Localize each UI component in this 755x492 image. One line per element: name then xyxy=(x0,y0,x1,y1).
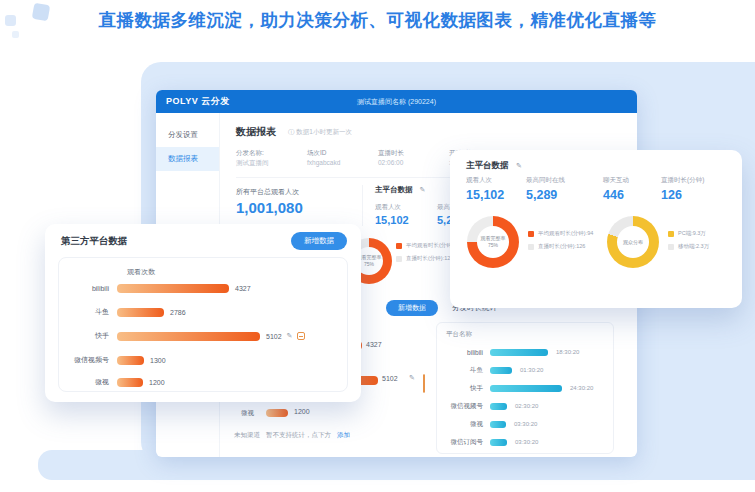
add-link[interactable]: 添加 xyxy=(337,431,350,440)
bg-bar-value: 5102 xyxy=(382,375,398,382)
duration-row: 微视 03:30:20 xyxy=(446,415,604,433)
main-card-title: 主平台数据 xyxy=(466,160,509,170)
duration-bar xyxy=(490,385,562,392)
edit-icon[interactable]: ✎ xyxy=(516,162,522,169)
bg-bar-weishi xyxy=(266,409,288,417)
third-party-card: 第三方平台数据 新增数据 观看次数 bilibili 4327 斗鱼 2786 … xyxy=(45,224,361,402)
main-platform-card: 主平台数据 ✎ 观看人次 15,102 最高同时在线 5,289 聊天互动 44… xyxy=(450,150,742,308)
duration-row: 微信视频号 02:30:20 xyxy=(446,397,604,415)
add-data-button[interactable]: 新增数据 xyxy=(291,232,347,250)
bg-row-label: 微视 xyxy=(228,409,254,418)
duration-panel: 平台名称 bilibili 18:30:20 斗鱼 01:30:20 快手 xyxy=(436,322,614,454)
footnote-label: 未知渠道 xyxy=(234,431,260,440)
views-bar xyxy=(117,332,260,341)
legend-swatch-gray xyxy=(528,244,534,250)
edit-icon[interactable]: ✎ xyxy=(287,332,293,340)
footnote-text: 暂不支持统计，点下方 xyxy=(266,431,331,440)
legend-swatch-orange xyxy=(528,231,534,237)
marketing-screenshot: 直播数据多维沉淀，助力决策分析、可视化数据图表，精准优化直播等 POLYV 云分… xyxy=(0,0,755,492)
mini-section-title: 主平台数据 xyxy=(375,185,413,194)
duration-header: 平台名称 xyxy=(446,330,604,339)
third-party-title: 第三方平台数据 xyxy=(61,235,128,248)
stat-views: 观看人次 15,102 xyxy=(466,176,504,202)
views-bar xyxy=(117,284,229,293)
decor-dot-small-icon xyxy=(12,31,19,38)
total-views-value: 1,001,080 xyxy=(236,199,303,216)
sidebar-item-distribution-settings[interactable]: 分发设置 xyxy=(156,123,219,147)
legend-swatch-yellow xyxy=(668,231,674,237)
stat-peak-online: 最高同时在线 5,289 xyxy=(526,176,565,202)
bar-row-douyu: 斗鱼 2786 xyxy=(59,306,186,318)
page-headline: 直播数据多维沉淀，助力决策分析、可视化数据图表，精准优化直播等 xyxy=(0,8,755,32)
legend-swatch-gray xyxy=(396,256,402,262)
window-title: 测试直播间名称 (290224) xyxy=(156,97,637,107)
mini-stat-views: 观看人次 15,102 xyxy=(375,203,437,226)
bar-row-kuaishou: 快手 5102 ✎ xyxy=(59,330,305,342)
legend-swatch-gray xyxy=(668,244,674,250)
tab-add-data[interactable]: 新增数据 xyxy=(386,300,438,316)
window-header: POLYV 云分发 测试直播间名称 (290224) xyxy=(156,90,637,113)
views-bar xyxy=(117,308,164,317)
views-chart-title: 观看次数 xyxy=(127,267,155,277)
confirm-icon[interactable] xyxy=(297,332,305,340)
edit-icon[interactable]: ✎ xyxy=(409,374,415,382)
duration-bar xyxy=(490,403,507,410)
duration-bar xyxy=(490,367,512,374)
duration-row: 斗鱼 01:30:20 xyxy=(446,361,604,379)
page-title: 数据报表 xyxy=(236,125,276,139)
views-chart-panel: 观看次数 bilibili 4327 斗鱼 2786 快手 5102 ✎ 微信视… xyxy=(58,257,348,392)
duration-row: 微信订阅号 03:30:20 xyxy=(446,433,604,451)
page-note: ⓘ 数据1小时更新一次 xyxy=(288,128,352,137)
total-views-label: 所有平台总观看人次 xyxy=(236,187,299,197)
views-bar xyxy=(117,378,143,387)
bar-row-bilibili: bilibili 4327 xyxy=(59,282,251,294)
meta-live-duration: 直播时长 02:06:00 xyxy=(378,147,449,168)
duration-row: 快手 24:30:20 xyxy=(446,379,604,397)
chart-footnote: 未知渠道 暂不支持统计，点下方 添加 xyxy=(234,431,350,440)
stat-chat-interactions: 聊天互动 446 xyxy=(603,176,629,202)
sidebar-item-data-report[interactable]: 数据报表 xyxy=(156,147,219,171)
completion-legend: 平均观看时长(分钟):94 直播时长(分钟):126 xyxy=(528,230,593,250)
bar-row-wechat-channels: 微信视频号 1300 xyxy=(59,354,166,366)
edit-icon[interactable]: ✎ xyxy=(420,186,426,193)
audience-donut: 观众分布 xyxy=(607,216,659,268)
audience-legend: PC端:9.3万 移动端:2.3万 xyxy=(668,230,709,250)
confirm-icon[interactable] xyxy=(423,374,425,393)
duration-bar xyxy=(490,421,506,428)
duration-row: bilibili 18:30:20 xyxy=(446,343,604,361)
bg-bar-value: 1200 xyxy=(294,408,310,415)
completion-donut: 观看完整率 75% xyxy=(467,216,519,268)
meta-distribution-name: 分发名称: 测试直播间 xyxy=(236,147,307,168)
duration-bar xyxy=(490,439,507,446)
meta-session-id: 场次ID fxhgabcakd xyxy=(307,147,378,168)
duration-bar xyxy=(490,349,548,356)
legend-swatch-orange xyxy=(396,243,402,249)
stat-live-minutes: 直播时长(分钟) 126 xyxy=(661,176,704,202)
views-bar xyxy=(117,356,144,365)
bar-row-weishi: 微视 1200 xyxy=(59,376,165,388)
bg-bar-value: 4327 xyxy=(366,341,382,348)
